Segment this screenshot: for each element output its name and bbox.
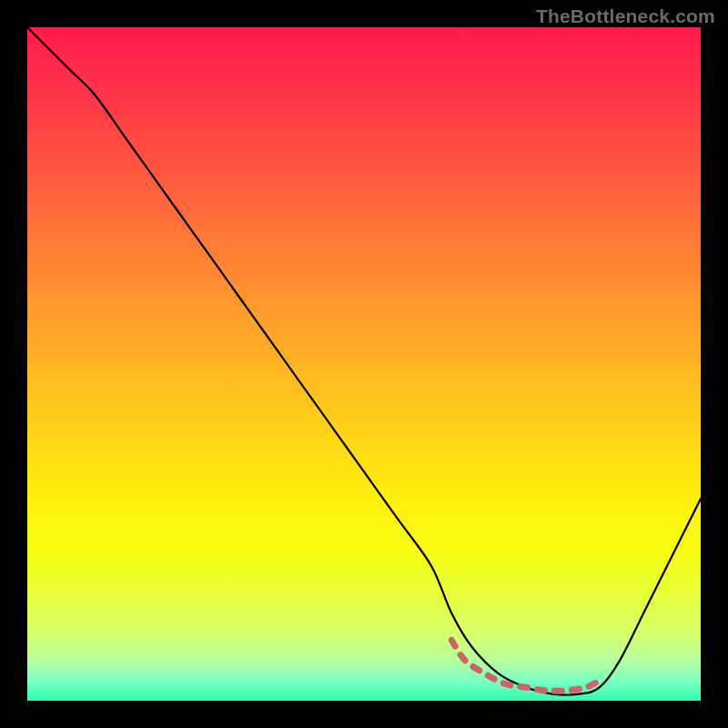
watermark-text: TheBottleneck.com — [536, 5, 715, 27]
plot-area — [27, 27, 701, 701]
curve-layer — [27, 27, 701, 701]
valley-highlight — [451, 640, 600, 691]
bottleneck-curve — [27, 27, 701, 695]
chart-frame: TheBottleneck.com — [0, 0, 728, 728]
